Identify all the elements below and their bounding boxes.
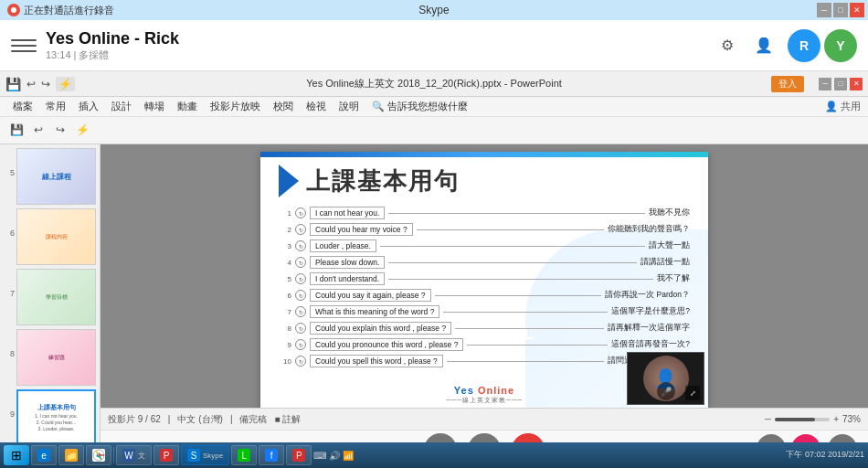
taskbar-ppt[interactable]: P [153,445,179,465]
sentence-en-10: Could you spell this word , please ? [310,355,443,367]
ppt-icon: P [160,449,173,462]
time-display: 下午 07:02 2019/2/21 [786,450,864,461]
share-button[interactable]: 👤 共用 [825,100,861,113]
ppt-minimize-button[interactable]: ─ [819,78,831,90]
slide-num-6: 6 [4,208,15,238]
sentence-zh-1: 我聽不見你 [649,207,690,218]
toolbar-redo[interactable]: ↪ [51,121,69,139]
sentence-zh-4: 請講話慢一點 [640,257,690,268]
keyboard-icon: ⌨ [313,451,326,461]
slide-thumb-8[interactable]: 練習題 [16,329,96,386]
ppt-toolbar: 💾 ↩ ↪ ⚡ [0,117,868,144]
zoom-control: ─ + 73% [765,414,861,424]
slide-num-5: 5 [4,148,15,177]
maximize-button[interactable]: □ [833,3,848,17]
slide-container: 上課基本用句 1 ↻ I can not hear you. [101,144,868,468]
recording-label: 正在對通話進行錄音 [24,4,114,17]
main-content: 💾 ↩ ↪ ⚡ Yes Online線上英文 2018_12_20(Rick).… [0,71,868,468]
close-button[interactable]: ✕ [850,3,864,17]
slide-thumb-5[interactable]: 線上課程 [16,148,96,205]
toolbar-quick[interactable]: ⚡ [73,121,91,139]
speaker-icon: 🔊 [329,451,340,461]
taskbar-chrome[interactable] [86,445,111,465]
slide-panel: 5 線上課程 6 課程內容 [0,144,101,468]
menu-file[interactable]: 檔案 [7,98,38,115]
taskbar-ppt2[interactable]: P [286,445,312,465]
taskbar-line[interactable]: L [231,445,257,465]
avatar-2: Y [824,29,857,62]
menu-transitions[interactable]: 轉場 [139,98,170,115]
sentence-line-8 [455,328,604,329]
ppt-close-button[interactable]: ✕ [850,78,863,90]
slide-number: 投影片 9 / 62 [108,413,161,426]
ppt-win-controls: ─ □ ✕ [819,78,863,90]
slide-thumb-9[interactable]: 上課基本用句 1. I can not hear you.2. Could yo… [16,389,96,446]
zoom-in-button[interactable]: + [833,414,839,424]
files-icon: 📁 [65,449,78,462]
channel-meta: 13:14 | 多採體 [46,48,715,62]
ppt-login-button[interactable]: 登入 [771,76,804,92]
slide-thumb-wrapper-9: 9 上課基本用句 1. I can not hear you.2. Could … [4,389,96,446]
sentence-line-2 [417,229,604,230]
hamburger-menu[interactable] [11,33,37,58]
sentence-icon-5: ↻ [295,273,306,284]
video-mic-icon: 🎤 [657,382,675,400]
taskbar-word-label: 文 [138,451,145,461]
slide-view[interactable]: 上課基本用句 1 ↻ I can not hear you. [101,144,868,408]
people-button[interactable]: 👤 [751,33,777,58]
sentence-icon-7: ↻ [295,306,306,317]
slide-bottombar: 投影片 9 / 62 | 中文 (台灣) | 備完稿 ■ 註解 ─ + 73% [101,408,868,430]
slide-thumb-6[interactable]: 課程內容 [16,208,96,265]
toolbar-save[interactable]: 💾 [7,121,26,139]
sentence-line-4 [388,262,637,263]
taskbar-files[interactable]: 📁 [58,445,84,465]
sentence-zh-2: 你能聽到我的聲音嗎？ [608,224,690,235]
line-icon: L [238,449,250,462]
recording-dot [7,4,20,16]
menu-animations[interactable]: 動畫 [172,98,203,115]
slide-thumb-5-content: 線上課程 [17,149,95,204]
sentence-num-8: 8 [279,324,291,333]
tray-icons: ⌨ 🔊 📶 [313,451,354,461]
ppt-ribbon: 檔案 常用 插入 設計 轉場 動畫 投影片放映 校閱 檢視 說明 🔍 告訴我您想… [0,97,868,144]
menu-design[interactable]: 設計 [106,98,137,115]
sentence-row-9: 9 ↻ Could you pronounce this word , plea… [279,338,690,351]
sentence-num-3: 3 [279,242,291,250]
sentence-row-1: 1 ↻ I can not hear you. 我聽不見你 [279,207,690,219]
ppt-main: 5 線上課程 6 課程內容 [0,144,868,468]
sentence-num-6: 6 [279,292,291,300]
slide-title-block: 上課基本用句 [279,165,460,197]
slide-thumb-7[interactable]: 學習目標 [16,269,96,325]
sentence-row-3: 3 ↻ Louder , please. 請大聲一點 [279,239,690,252]
tray-time: 下午 07:02 2019/2/21 [786,450,864,461]
video-expand-button[interactable]: ⤢ [685,386,700,400]
sentence-num-7: 7 [279,308,291,316]
menu-insert[interactable]: 插入 [73,98,104,115]
menu-slideshow[interactable]: 投影片放映 [205,98,266,115]
sentence-line-7 [443,312,608,313]
taskbar-skype-label: Skype [203,452,223,460]
taskbar-word[interactable]: W 文 [116,445,152,465]
comment-button[interactable]: ■ 註解 [274,413,301,426]
taskbar-fb[interactable]: f [259,445,284,465]
sentence-icon-8: ↻ [295,323,306,334]
settings-button[interactable]: ⚙ [715,33,740,58]
menu-search[interactable]: 🔍 告訴我您想做什麼 [366,98,473,115]
taskbar-skype[interactable]: S Skype [181,445,229,465]
minimize-button[interactable]: ─ [817,3,831,17]
zoom-out-button[interactable]: ─ [765,414,771,424]
copy-status[interactable]: 備完稿 [239,413,267,426]
menu-view[interactable]: 檢視 [301,98,332,115]
taskbar-ie[interactable]: e [31,445,57,465]
toolbar-undo[interactable]: ↩ [29,121,48,139]
zoom-bar [775,418,830,421]
separator-1: | [168,414,171,424]
menu-home[interactable]: 常用 [40,98,71,115]
ppt2-icon: P [292,449,305,462]
window-controls: ─ □ ✕ [817,3,864,17]
ppt-maximize-button[interactable]: □ [834,78,847,90]
zoom-bar-fill [775,418,815,421]
start-button[interactable]: ⊞ [4,445,29,465]
menu-help[interactable]: 說明 [333,98,365,115]
menu-review[interactable]: 校閱 [268,98,299,115]
